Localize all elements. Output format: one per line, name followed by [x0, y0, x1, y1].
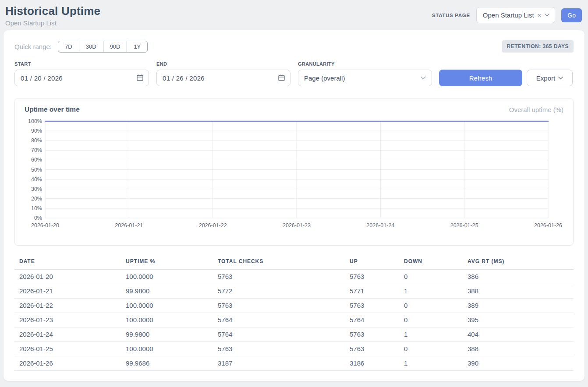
uptime-line-chart: 0%10%20%30%40%50%60%70%80%90%100%2026-01…: [25, 118, 563, 231]
status-page-select[interactable]: Open Startup List ×: [476, 7, 556, 23]
table-row: 2026-01-2699.9686318731861390: [14, 356, 574, 371]
svg-text:2026-01-21: 2026-01-21: [115, 222, 143, 229]
page-subtitle: Open Startup List: [5, 19, 100, 27]
table-cell: 3187: [213, 356, 345, 371]
table-cell: 388: [463, 342, 574, 356]
main-panel: Quick range: 7D30D90D1Y RETENTION: 365 D…: [4, 30, 584, 381]
table-cell: 0: [399, 270, 463, 284]
table-cell: 100.0000: [121, 299, 213, 313]
go-button[interactable]: Go: [561, 8, 582, 22]
table-cell: 99.9686: [121, 356, 213, 371]
table-cell: 2026-01-21: [14, 284, 121, 299]
svg-text:30%: 30%: [31, 186, 42, 192]
table-cell: 2026-01-23: [14, 313, 121, 327]
table-row: 2026-01-25100.0000576357630388: [14, 342, 574, 356]
table-cell: 1: [399, 284, 463, 299]
table-cell: 99.9800: [121, 327, 213, 342]
quick-range-button-7d[interactable]: 7D: [58, 41, 79, 53]
calendar-icon[interactable]: [278, 74, 285, 81]
table-cell: 5763: [213, 342, 345, 356]
table-cell: 2026-01-25: [14, 342, 121, 356]
end-label: END: [156, 61, 290, 67]
table-row: 2026-01-2199.9800577257711388: [14, 284, 574, 299]
table-cell: 2026-01-22: [14, 299, 121, 313]
column-header: UPTIME %: [121, 256, 213, 270]
quick-range-label: Quick range:: [14, 43, 52, 50]
chevron-down-icon: [545, 14, 549, 17]
table-cell: 5764: [345, 313, 399, 327]
table-cell: 5763: [345, 299, 399, 313]
granularity-select[interactable]: Page (overall): [298, 70, 432, 86]
table-cell: 5763: [213, 299, 345, 313]
svg-text:100%: 100%: [28, 118, 42, 124]
table-cell: 0: [399, 313, 463, 327]
quick-range-button-30d[interactable]: 30D: [79, 41, 103, 53]
table-cell: 0: [399, 299, 463, 313]
table-header-row: DATEUPTIME %TOTAL CHECKSUPDOWNAVG RT (MS…: [14, 256, 574, 270]
page-title: Historical Uptime: [5, 4, 100, 18]
table-cell: 1: [399, 356, 463, 371]
retention-badge: RETENTION: 365 DAYS: [502, 40, 574, 53]
chevron-down-icon: [421, 76, 426, 80]
uptime-chart-card: Uptime over time Overall uptime (%) 0%10…: [14, 98, 574, 246]
svg-text:10%: 10%: [31, 205, 42, 211]
quick-range-button-90d[interactable]: 90D: [103, 41, 128, 53]
svg-text:2026-01-26: 2026-01-26: [534, 222, 562, 229]
table-cell: 1: [399, 327, 463, 342]
column-header: DATE: [14, 256, 121, 270]
table-cell: 390: [463, 356, 574, 371]
table-cell: 386: [463, 270, 574, 284]
header-right: STATUS PAGE Open Startup List × Go: [432, 7, 582, 23]
table-cell: 100.0000: [121, 342, 213, 356]
clear-selection-icon[interactable]: ×: [538, 11, 542, 19]
end-date-input[interactable]: [156, 70, 290, 86]
table-cell: 5763: [345, 270, 399, 284]
table-row: 2026-01-23100.0000576457640395: [14, 313, 574, 327]
svg-text:0%: 0%: [34, 215, 42, 221]
table-row: 2026-01-2499.9800576457631404: [14, 327, 574, 342]
page-header: Historical Uptime Open Startup List STAT…: [0, 0, 588, 30]
status-page-value: Open Startup List: [483, 11, 534, 19]
svg-text:50%: 50%: [31, 167, 42, 173]
svg-text:2026-01-25: 2026-01-25: [450, 222, 478, 229]
svg-text:70%: 70%: [31, 147, 42, 153]
svg-text:2026-01-20: 2026-01-20: [31, 222, 59, 229]
table-cell: 404: [463, 327, 574, 342]
title-block: Historical Uptime Open Startup List: [5, 4, 100, 27]
column-header: DOWN: [399, 256, 463, 270]
svg-text:2026-01-24: 2026-01-24: [366, 222, 394, 229]
uptime-table: DATEUPTIME %TOTAL CHECKSUPDOWNAVG RT (MS…: [14, 256, 574, 371]
svg-text:2026-01-22: 2026-01-22: [199, 222, 227, 229]
table-cell: 99.9800: [121, 284, 213, 299]
svg-text:40%: 40%: [31, 176, 42, 183]
svg-text:60%: 60%: [31, 157, 42, 163]
status-page-label: STATUS PAGE: [432, 13, 470, 18]
table-cell: 5764: [213, 327, 345, 342]
chart-legend: Overall uptime (%): [509, 106, 563, 113]
column-header: UP: [345, 256, 399, 270]
refresh-button[interactable]: Refresh: [439, 70, 522, 86]
chevron-down-icon: [558, 77, 563, 80]
table-row: 2026-01-22100.0000576357630389: [14, 299, 574, 313]
table-cell: 3186: [345, 356, 399, 371]
table-cell: 100.0000: [121, 313, 213, 327]
quick-range-button-1y[interactable]: 1Y: [127, 41, 148, 53]
export-button-label: Export: [536, 74, 555, 82]
table-cell: 5772: [213, 284, 345, 299]
filters-row: START END GRANULARITY Page (overall) Ref…: [14, 61, 574, 86]
svg-text:90%: 90%: [31, 128, 42, 134]
quick-range-row: Quick range: 7D30D90D1Y RETENTION: 365 D…: [14, 40, 574, 53]
calendar-icon[interactable]: [136, 74, 144, 81]
granularity-label: GRANULARITY: [298, 61, 432, 67]
table-cell: 0: [399, 342, 463, 356]
table-cell: 389: [463, 299, 574, 313]
svg-text:20%: 20%: [31, 196, 42, 202]
export-button[interactable]: Export: [527, 70, 573, 86]
table-cell: 100.0000: [121, 270, 213, 284]
table-cell: 5764: [213, 313, 345, 327]
table-cell: 5763: [345, 327, 399, 342]
table-cell: 395: [463, 313, 574, 327]
table-cell: 388: [463, 284, 574, 299]
start-date-input[interactable]: [14, 70, 149, 86]
quick-range-group: 7D30D90D1Y: [58, 41, 148, 53]
